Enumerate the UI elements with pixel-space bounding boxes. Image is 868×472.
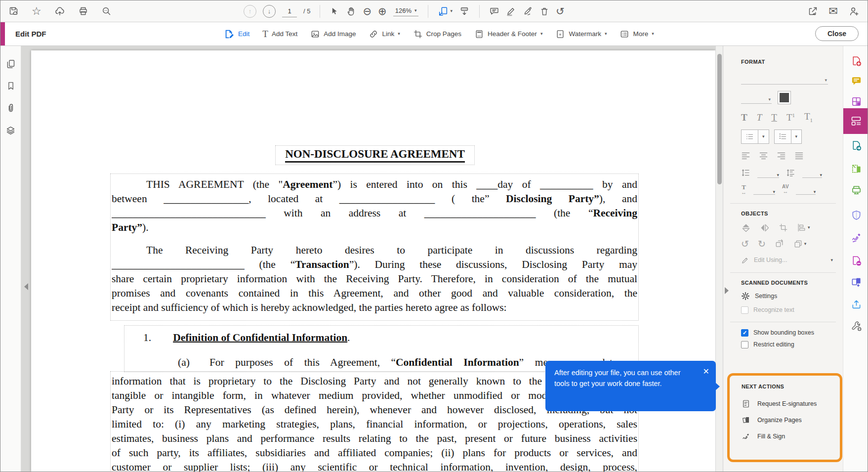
font-color-swatch[interactable] <box>778 91 791 104</box>
attachments-icon[interactable] <box>5 103 16 113</box>
paragraph-spacing-select[interactable]: ▾ <box>802 168 822 178</box>
edit-pdf-tool-active[interactable] <box>843 108 868 134</box>
request-esignatures-button[interactable]: Request E-signatures <box>742 399 840 408</box>
zoom-out-circle-icon[interactable]: ⊖ <box>363 6 372 16</box>
page-thumbnails-icon[interactable] <box>5 59 16 69</box>
add-image-label: Add Image <box>324 30 356 38</box>
edit-using-button[interactable]: ▾ Edit Using... <box>741 256 787 264</box>
caret-down-icon: ▾ <box>814 190 816 194</box>
rotate-left-icon[interactable]: ↺ <box>741 238 749 250</box>
close-icon[interactable]: ✕ <box>703 366 709 378</box>
link-button[interactable]: Link ▾ <box>369 29 400 39</box>
title-text-box[interactable]: NON-DISCLOSURE AGREEMENT <box>275 145 475 165</box>
vertical-scrollbar[interactable] <box>715 46 723 472</box>
flip-vertical-icon[interactable] <box>741 223 751 233</box>
fill-sign-tool-icon[interactable] <box>850 231 862 243</box>
combine-files-icon[interactable] <box>850 95 862 107</box>
font-family-select[interactable]: ▾ <box>741 72 828 85</box>
header-footer-button[interactable]: Header & Footer ▾ <box>474 29 542 39</box>
tooltip-arrow <box>715 383 720 390</box>
save-icon[interactable] <box>8 6 19 16</box>
share-link-icon[interactable] <box>808 6 818 16</box>
caret-down-icon: ▾ <box>652 32 654 36</box>
zoom-in-circle-icon[interactable]: ⊕ <box>378 6 387 16</box>
intro-text-box[interactable]: THIS AGREEMENT (the "Agreement”) is ente… <box>110 173 639 321</box>
zoom-level-select[interactable]: 126% ▾ <box>393 6 419 16</box>
horizontal-scale-select[interactable]: ▾ <box>753 184 775 195</box>
select-tool-icon[interactable] <box>330 6 339 16</box>
add-person-icon[interactable] <box>849 6 860 17</box>
restore-icon[interactable]: ↺ <box>556 6 565 16</box>
fit-page-icon[interactable]: ▾ <box>438 6 453 17</box>
page-down-icon[interactable]: ↓ <box>263 5 276 18</box>
italic-button[interactable]: T <box>757 113 762 122</box>
crop-pages-button[interactable]: Crop Pages <box>413 29 461 39</box>
subscript-button[interactable]: T1 <box>804 112 813 123</box>
align-center-icon[interactable] <box>759 152 768 160</box>
show-bounding-boxes-checkbox[interactable]: ✓ <box>741 329 748 337</box>
close-button[interactable]: Close <box>815 26 859 41</box>
share-tool-icon[interactable] <box>850 298 862 310</box>
align-right-icon[interactable] <box>777 152 786 160</box>
settings-button[interactable]: Settings <box>755 293 777 300</box>
superscript-button[interactable]: T1 <box>786 113 795 122</box>
compress-pdf-icon[interactable] <box>850 255 862 266</box>
align-left-icon[interactable] <box>741 152 750 160</box>
search-icon[interactable] <box>101 6 112 16</box>
mail-icon[interactable]: ✉ <box>829 6 838 17</box>
caret-down-icon[interactable]: ▾ <box>830 258 833 262</box>
align-objects-control[interactable]: ▾ <box>797 223 810 232</box>
add-image-button[interactable]: Add Image <box>310 29 356 39</box>
edit-mode-button[interactable]: Edit <box>224 29 249 40</box>
scan-ocr-icon[interactable] <box>850 184 862 196</box>
create-pdf-icon[interactable] <box>850 55 862 67</box>
rotate-right-icon[interactable]: ↻ <box>758 238 766 250</box>
page-number-input[interactable] <box>282 5 297 17</box>
char-spacing-select[interactable]: ▾ <box>796 184 816 195</box>
bookmarks-icon[interactable] <box>6 81 16 91</box>
restrict-editing-checkbox[interactable] <box>741 341 748 348</box>
restrict-editing-label: Restrict editing <box>753 341 794 348</box>
bold-button[interactable]: T <box>741 113 747 122</box>
crop-object-icon[interactable] <box>779 223 788 232</box>
export-pdf-icon[interactable] <box>850 139 862 151</box>
share-cloud-icon[interactable] <box>54 6 65 17</box>
bullet-list-control[interactable]: ▾ <box>741 129 769 144</box>
numbered-list-control[interactable]: ▾ <box>774 129 802 144</box>
organize-pages-button[interactable]: Organize Pages <box>742 416 840 425</box>
arrange-control[interactable]: ▾ <box>793 239 807 249</box>
more-tools-icon[interactable] <box>850 320 862 332</box>
sign-pen-icon[interactable] <box>523 6 533 16</box>
layers-icon[interactable] <box>5 125 16 135</box>
organize-pages-tool-icon[interactable] <box>850 163 862 174</box>
compare-files-icon[interactable] <box>850 276 862 288</box>
print-icon[interactable] <box>78 6 88 16</box>
align-justify-icon[interactable] <box>794 152 804 160</box>
replace-image-icon[interactable] <box>775 239 785 249</box>
flip-horizontal-icon[interactable] <box>760 223 770 233</box>
star-icon[interactable]: ☆ <box>32 6 41 17</box>
scroll-mode-icon[interactable] <box>459 6 470 17</box>
underline-button[interactable]: T <box>771 113 777 122</box>
expand-right-panel-icon[interactable] <box>725 287 729 294</box>
delete-icon[interactable] <box>539 6 549 16</box>
comment-icon[interactable] <box>489 6 499 16</box>
add-text-button[interactable]: T Add Text <box>262 29 297 39</box>
watermark-icon <box>555 29 565 39</box>
scrollbar-thumb[interactable] <box>717 54 722 184</box>
font-size-select[interactable]: ▾ <box>741 91 772 104</box>
hand-tool-icon[interactable] <box>346 6 356 16</box>
doc-text-segment: promises and covenants contained in this… <box>112 287 637 299</box>
line-spacing-select[interactable]: ▾ <box>757 168 779 178</box>
page-up-icon[interactable]: ↑ <box>244 5 256 18</box>
watermark-button[interactable]: Watermark ▾ <box>555 29 607 39</box>
collapse-left-panel-icon[interactable] <box>24 283 28 290</box>
comment-tool-icon[interactable] <box>850 75 862 87</box>
highlighter-icon[interactable] <box>506 6 516 16</box>
protect-shield-icon[interactable] <box>850 209 862 221</box>
recognize-text-checkbox[interactable] <box>741 306 748 314</box>
doc-text-segment: Agreement <box>283 178 332 190</box>
more-button[interactable]: More ▾ <box>620 29 654 39</box>
fill-sign-button[interactable]: Fill & Sign <box>742 432 840 441</box>
acrobat-window: ☆ ↑ ↓ / 5 ⊖ ⊕ 126% ▾ ▾ <box>0 0 868 472</box>
